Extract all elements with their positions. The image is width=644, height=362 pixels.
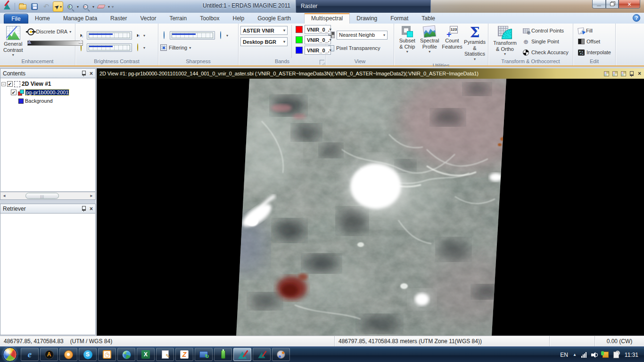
taskbar-aimp[interactable]: A xyxy=(40,348,58,361)
sensor-select[interactable]: ASTER VNIR▾ xyxy=(240,26,288,35)
taskbar-erdas-tool[interactable] xyxy=(253,348,271,361)
check-accuracy-button[interactable]: Check Accuracy xyxy=(522,48,569,57)
pin-icon[interactable] xyxy=(629,71,634,76)
taskbar-globe-app[interactable] xyxy=(117,348,135,361)
eraser-dropdown[interactable]: ▾ xyxy=(108,5,110,9)
zoom-out-button[interactable]: − xyxy=(80,1,91,12)
zoom-out-dropdown[interactable]: ▾ xyxy=(92,5,94,9)
scroll-left-icon[interactable]: ◄ xyxy=(0,194,8,198)
background-label[interactable]: Background xyxy=(25,98,53,104)
tab-help[interactable]: Help xyxy=(226,14,251,24)
open-button[interactable] xyxy=(17,1,28,12)
sharpness-slider[interactable] xyxy=(170,31,215,40)
tab-table[interactable]: Table xyxy=(415,14,442,24)
contrast-slider[interactable] xyxy=(87,31,132,40)
tab-file[interactable]: File xyxy=(4,14,28,24)
single-point-button[interactable]: ⊕ Single Point xyxy=(522,37,569,46)
taskbar-internet-explorer[interactable]: e xyxy=(21,348,39,361)
tab-manage-data[interactable]: Manage Data xyxy=(57,14,104,24)
brightness-slider[interactable] xyxy=(87,43,132,52)
taskbar-zoner[interactable]: Z xyxy=(175,348,193,361)
blue-band-select[interactable]: VNIR_0_.▾ xyxy=(305,46,331,55)
taskbar-remote-desktop[interactable] xyxy=(195,348,213,361)
help-button[interactable]: ? xyxy=(633,14,640,22)
taskbar-erdas-imagine[interactable] xyxy=(233,348,251,361)
start-button[interactable] xyxy=(3,347,17,362)
taskbar-excel[interactable]: X xyxy=(137,348,155,361)
taskbar-text-editor[interactable] xyxy=(156,348,174,361)
pyramids-statistics-button[interactable]: Σ Pyramids & Statistics▾ xyxy=(463,25,486,62)
taskbar-skype[interactable]: S xyxy=(79,348,97,361)
transform-ortho-button[interactable]: Transform & Ortho▾ xyxy=(490,25,520,58)
red-band-select[interactable]: VNIR_0_.▾ xyxy=(305,25,331,34)
view-checkbox[interactable]: ✔ xyxy=(7,81,13,87)
contrast-increase-button[interactable]: ◑↑ xyxy=(134,32,141,40)
link-views-icon[interactable] xyxy=(604,71,609,76)
select-tool-button[interactable]: ➤▾ xyxy=(53,1,63,12)
control-points-button[interactable]: Control Points xyxy=(522,26,569,35)
tab-multispectral[interactable]: Multispectral xyxy=(304,13,350,24)
dra-gradient-slider[interactable] xyxy=(27,41,83,46)
tab-home[interactable]: Home xyxy=(28,14,57,24)
close-icon[interactable]: × xyxy=(638,71,641,76)
map-canvas[interactable] xyxy=(97,79,644,336)
contrast-dropdown[interactable]: ▾ xyxy=(143,33,145,38)
language-indicator[interactable]: EN xyxy=(560,352,568,358)
sharpness-decrease-button[interactable] xyxy=(160,32,168,39)
contents-hscrollbar[interactable]: ◄ ► xyxy=(0,192,96,200)
blend-icon[interactable] xyxy=(621,71,626,76)
sharpness-dropdown[interactable]: ▾ xyxy=(226,33,228,38)
clipboard-tray-icon[interactable] xyxy=(613,352,619,358)
slider-handle-left[interactable] xyxy=(27,40,32,44)
network-signal-icon[interactable] xyxy=(581,352,586,358)
viewer-title-bar[interactable]: 2D View #1: pg-pr1b0000-2001101002_144_0… xyxy=(97,68,644,79)
sharpness-increase-button[interactable] xyxy=(217,32,224,39)
taskbar-photo-app[interactable] xyxy=(272,348,290,361)
tab-format[interactable]: Format xyxy=(384,14,415,24)
volume-icon[interactable] xyxy=(591,352,598,358)
restore-button[interactable] xyxy=(606,0,619,8)
tree-item-layer[interactable]: ✔ pg-pr1b0000-200110100 xyxy=(1,88,94,97)
tab-toolbox[interactable]: Toolbox xyxy=(193,14,226,24)
bands-dialog-launcher[interactable] xyxy=(320,60,324,65)
interpolate-button[interactable]: Interpolate xyxy=(578,48,613,57)
tab-raster[interactable]: Raster xyxy=(104,14,133,24)
save-button[interactable] xyxy=(29,1,40,12)
clock[interactable]: 11:31 xyxy=(625,352,638,358)
filtering-button[interactable]: Filtering ▾ xyxy=(160,43,236,52)
taskbar-device-manager[interactable] xyxy=(214,348,232,361)
show-hidden-icons[interactable]: ▲ xyxy=(573,353,577,357)
general-contrast-button[interactable]: General Contrast▾ xyxy=(2,25,25,58)
tab-google-earth[interactable]: Google Earth xyxy=(251,14,297,24)
layer-checkbox[interactable]: ✔ xyxy=(11,90,17,95)
tab-terrain[interactable]: Terrain xyxy=(163,14,193,24)
view-label[interactable]: 2D View #1 xyxy=(22,81,51,87)
contrast-decrease-button[interactable]: ◑↓ xyxy=(77,32,85,40)
undo-button[interactable]: ↶ xyxy=(41,1,51,12)
swipe-icon[interactable] xyxy=(612,71,618,76)
zoom-in-dropdown[interactable]: ▾ xyxy=(77,5,79,9)
minimize-button[interactable]: — xyxy=(592,0,606,8)
count-features-button[interactable]: 123+ Count Features xyxy=(441,25,463,62)
discrete-dra-button[interactable]: Discrete DRA ▾ xyxy=(27,27,83,36)
scroll-right-icon[interactable]: ► xyxy=(88,194,95,198)
band-layout-select[interactable]: Desktop BGR▾ xyxy=(240,37,288,46)
tree-item-2d-view[interactable]: − ✔ 2D View #1 xyxy=(1,80,94,88)
pin-icon[interactable] xyxy=(82,206,86,211)
pin-icon[interactable] xyxy=(82,71,86,76)
close-icon[interactable]: × xyxy=(90,71,93,76)
tree-item-background[interactable]: Background xyxy=(1,97,94,105)
messenger-tray-icon[interactable] xyxy=(603,352,609,358)
resample-select[interactable]: Nearest Neighb▾ xyxy=(337,31,388,40)
green-band-select[interactable]: VNIR_0_.▾ xyxy=(305,35,331,44)
slider-handle-right[interactable] xyxy=(79,40,83,44)
taskbar-compass-app[interactable] xyxy=(59,348,77,361)
subset-chip-button[interactable]: Subset & Chip▾ xyxy=(396,25,419,62)
brightness-increase-button[interactable] xyxy=(134,44,141,51)
taskbar-clock-app[interactable]: ◷ xyxy=(98,348,116,361)
collapse-icon[interactable]: − xyxy=(1,82,6,86)
spectral-profile-button[interactable]: Spectral Profile▾ xyxy=(419,25,441,62)
scrollbar-thumb[interactable] xyxy=(25,193,59,199)
close-icon[interactable]: × xyxy=(90,206,93,211)
layer-label[interactable]: pg-pr1b0000-200110100 xyxy=(25,90,69,95)
